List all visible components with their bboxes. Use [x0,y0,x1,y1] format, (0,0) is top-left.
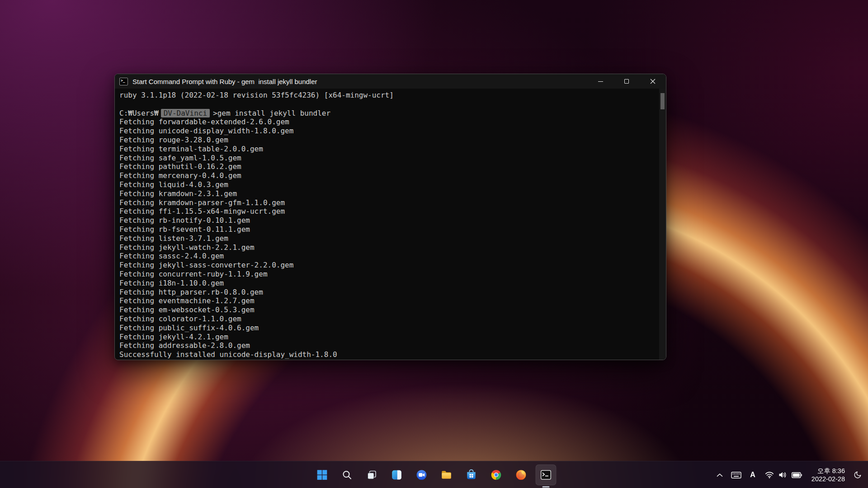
widgets-icon [391,469,403,481]
ruby-version-line: ruby 3.1.1p18 (2022-02-18 revision 53f5f… [119,91,657,100]
window-title: Start Command Prompt with Ruby - gem ins… [132,78,317,85]
terminal-line: Fetching listen-3.7.1.gem [119,234,657,243]
terminal-line: Fetching kramdown-parser-gfm-1.1.0.gem [119,198,657,207]
terminal-line: Fetching rouge-3.28.0.gem [119,136,657,145]
clock-time: 오후 8:36 [817,467,845,475]
firefox-icon [515,469,527,481]
terminal-line: Fetching safe_yaml-1.0.5.gem [119,154,657,163]
terminal-line: Fetching ffi-1.15.5-x64-mingw-ucrt.gem [119,207,657,216]
terminal-line: Fetching http_parser.rb-0.8.0.gem [119,288,657,297]
terminal-line: Fetching forwardable-extended-2.6.0.gem [119,117,657,127]
hidden-icons-chevron-button[interactable] [713,466,726,484]
command-prompt-icon [540,469,552,481]
desktop-wallpaper: Start Command Prompt with Ruby - gem ins… [0,0,868,488]
taskbar-command-prompt-button[interactable] [536,465,557,485]
close-icon [650,79,656,84]
close-button[interactable] [640,74,666,89]
taskbar-search-button[interactable] [337,465,358,485]
taskbar-chat-button[interactable] [411,465,432,485]
taskbar-store-button[interactable] [461,465,482,485]
terminal-window: Start Command Prompt with Ruby - gem ins… [114,74,666,360]
prompt-command: >gem install jekyll bundler [213,109,330,117]
touch-keyboard-button[interactable] [727,466,745,484]
terminal-line: Fetching kramdown-2.3.1.gem [119,189,657,198]
terminal-line: Fetching pathutil-0.16.2.gem [119,162,657,171]
terminal-line: Fetching unicode-display_width-1.8.0.gem [119,127,657,136]
windows-start-icon [316,469,328,481]
taskbar-chrome-button[interactable] [486,465,507,485]
prompt-line: C:₩Users₩DV-DaVinci>gem install jekyll b… [119,109,657,118]
taskbar-app-icons [312,465,557,485]
taskbar-firefox-button[interactable] [511,465,532,485]
terminal-body[interactable]: ruby 3.1.1p18 (2022-02-18 revision 53f5f… [115,89,666,360]
keyboard-icon [731,471,741,479]
prompt-path: C:₩Users₩ [119,109,159,117]
taskbar-widgets-button[interactable] [387,465,407,485]
cmd-app-icon [119,78,128,85]
terminal-line: Fetching concurrent-ruby-1.1.9.gem [119,270,657,279]
terminal-line: Successfully installed unicode-display_w… [119,350,657,359]
terminal-line: Fetching rb-fsevent-0.11.1.gem [119,225,657,234]
file-explorer-icon [441,469,453,481]
terminal-line: Fetching liquid-4.0.3.gem [119,180,657,189]
taskbar-tray: A 오후 8: [713,461,865,488]
terminal-scrollbar[interactable] [659,89,666,360]
chat-icon [416,469,428,481]
taskbar-task-view-button[interactable] [362,465,382,485]
terminal-line: Fetching jekyll-sass-converter-2.2.0.gem [119,261,657,270]
ime-language-button[interactable]: A [746,466,760,484]
terminal-line: Fetching i18n-1.10.0.gem [119,279,657,288]
username-highlight: DV-DaVinci [161,109,210,117]
taskbar-start-button[interactable] [312,465,333,485]
task-view-icon [367,469,377,480]
search-icon [342,469,353,480]
terminal-line: Fetching sassc-2.4.0.gem [119,252,657,261]
wifi-icon [765,471,774,479]
terminal-line: Fetching jekyll-watch-2.2.1.gem [119,243,657,252]
terminal-line: Fetching eventmachine-1.2.7.gem [119,296,657,305]
taskbar: A 오후 8: [0,461,868,488]
terminal-line: Fetching colorator-1.1.0.gem [119,314,657,324]
terminal-line: Fetching jekyll-4.2.1.gem [119,333,657,342]
clock-date: 2022-02-28 [811,475,845,483]
scrollbar-thumb[interactable] [660,93,665,109]
volume-icon [778,471,787,479]
moon-icon [854,471,862,479]
blank-line [119,100,657,109]
focus-assist-button[interactable] [850,466,865,484]
maximize-button[interactable] [613,74,640,89]
terminal-line: Fetching terminal-table-2.0.0.gem [119,145,657,154]
terminal-line: Fetching addressable-2.8.0.gem [119,341,657,350]
battery-icon [792,472,802,478]
terminal-line: Fetching mercenary-0.4.0.gem [119,171,657,180]
terminal-output: Fetching forwardable-extended-2.6.0.gemF… [119,117,657,359]
window-controls [587,74,666,89]
taskbar-clock[interactable]: 오후 8:36 2022-02-28 [807,466,849,484]
taskbar-file-explorer-button[interactable] [436,465,457,485]
terminal-line: Fetching em-websocket-0.5.3.gem [119,305,657,314]
window-titlebar[interactable]: Start Command Prompt with Ruby - gem ins… [115,74,666,89]
chevron-up-icon [717,473,723,477]
chrome-icon [491,469,502,481]
terminal-line: Fetching public_suffix-4.0.6.gem [119,324,657,333]
terminal-line: Fetching rb-inotify-0.10.1.gem [119,216,657,225]
minimize-button[interactable] [587,74,613,89]
microsoft-store-icon [466,469,477,481]
quick-settings-button[interactable] [760,466,807,484]
